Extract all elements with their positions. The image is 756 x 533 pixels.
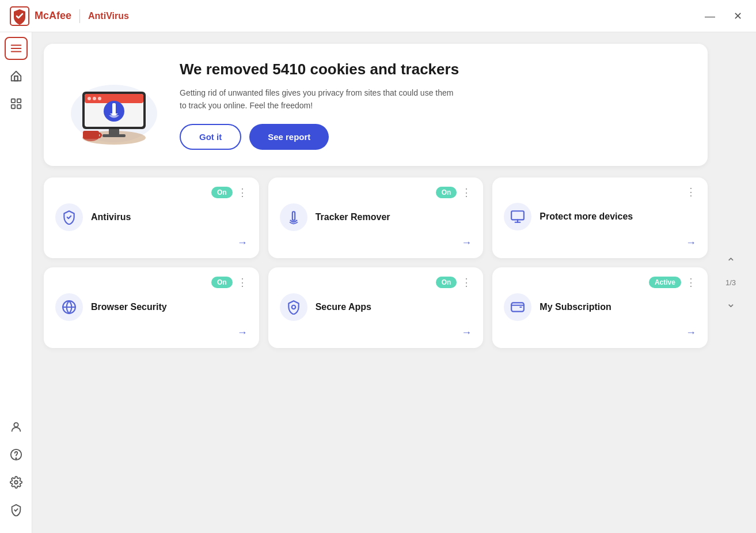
svg-rect-27 xyxy=(292,211,294,220)
close-button[interactable]: ✕ xyxy=(729,9,747,24)
card-label: Browser Security xyxy=(91,302,167,312)
home-icon xyxy=(10,70,22,82)
card-arrow: → xyxy=(55,327,248,339)
card-body: Antivirus xyxy=(55,203,248,232)
scroll-down-button[interactable]: ⌄ xyxy=(724,294,738,312)
svg-rect-6 xyxy=(17,99,20,103)
card-top-row: Active ⋮ xyxy=(504,277,696,288)
banner-description: Getting rid of unwanted files gives you … xyxy=(180,86,456,112)
banner-text: We removed 5410 cookies and trackers Get… xyxy=(180,60,689,150)
card-body: Tracker Remover xyxy=(280,203,472,232)
card-antivirus[interactable]: On ⋮ Antivirus → xyxy=(44,177,259,258)
sidebar-home-button[interactable] xyxy=(5,65,28,88)
card-arrow: → xyxy=(55,237,248,249)
title-bar-controls: — ✕ xyxy=(700,9,747,24)
logo-divider xyxy=(79,9,80,23)
banner-actions: Got it See report xyxy=(180,124,689,150)
card-body: Browser Security xyxy=(55,293,248,322)
sidebar-menu-button[interactable] xyxy=(5,37,28,60)
svg-rect-5 xyxy=(11,99,14,103)
card-top-row: On ⋮ xyxy=(55,187,248,198)
grid-icon xyxy=(10,97,22,110)
minimize-button[interactable]: — xyxy=(700,9,720,24)
cards-grid: On ⋮ Antivirus → On ⋮ Tracker Rem xyxy=(44,177,708,348)
arrow-right-icon[interactable]: → xyxy=(461,237,472,249)
card-menu-button[interactable]: ⋮ xyxy=(686,187,696,197)
menu-icon xyxy=(10,42,22,55)
card-arrow: → xyxy=(280,327,472,339)
card-label: My Subscription xyxy=(540,302,611,312)
sidebar-help-button[interactable] xyxy=(5,443,28,466)
sidebar-grid-button[interactable] xyxy=(5,92,28,115)
svg-rect-4 xyxy=(14,76,18,81)
svg-rect-28 xyxy=(511,211,524,220)
card-body: My Subscription xyxy=(504,293,696,322)
card-label: Tracker Remover xyxy=(316,212,390,222)
settings-icon xyxy=(10,476,22,489)
app-name: McAfee xyxy=(35,10,71,22)
arrow-right-icon[interactable]: → xyxy=(461,327,472,339)
card-menu-button[interactable]: ⋮ xyxy=(461,277,472,288)
scroll-controls: ⌃ 1/3 ⌄ xyxy=(717,44,744,521)
svg-point-12 xyxy=(14,481,18,484)
svg-point-11 xyxy=(16,458,16,459)
svg-point-24 xyxy=(98,97,101,100)
mcafee-logo: McAfee AntiVirus xyxy=(9,6,129,27)
card-top-row: On ⋮ xyxy=(280,187,472,198)
svg-point-33 xyxy=(291,305,295,309)
sidebar-bottom xyxy=(5,415,28,528)
card-my-subscription[interactable]: Active ⋮ My Subscription → xyxy=(492,267,708,348)
page-indicator: 1/3 xyxy=(725,278,736,287)
status-badge: On xyxy=(436,187,457,198)
svg-point-9 xyxy=(14,423,18,427)
card-icon xyxy=(55,203,83,231)
arrow-right-icon[interactable]: → xyxy=(237,327,248,339)
sidebar-settings-button[interactable] xyxy=(5,471,28,494)
svg-point-23 xyxy=(93,97,96,100)
card-arrow: → xyxy=(504,237,696,249)
svg-point-22 xyxy=(88,97,91,100)
card-protect-devices[interactable]: ⋮ Protect more devices → xyxy=(492,177,708,258)
banner-section: We removed 5410 cookies and trackers Get… xyxy=(44,44,708,521)
card-menu-button[interactable]: ⋮ xyxy=(237,187,248,198)
card-top-row: ⋮ xyxy=(504,187,696,197)
card-label: Secure Apps xyxy=(316,302,371,312)
card-browser-security[interactable]: On ⋮ Browser Security → xyxy=(44,267,259,348)
svg-rect-7 xyxy=(11,105,14,108)
card-top-row: On ⋮ xyxy=(55,277,248,288)
sidebar-top xyxy=(5,37,28,415)
banner-title: We removed 5410 cookies and trackers xyxy=(180,60,689,80)
mcafee-logo-icon xyxy=(9,6,30,27)
scroll-up-button[interactable]: ⌃ xyxy=(724,253,738,271)
svg-rect-16 xyxy=(83,131,99,139)
card-icon xyxy=(504,203,531,230)
banner-card: We removed 5410 cookies and trackers Get… xyxy=(44,44,708,166)
banner-illustration xyxy=(62,62,166,148)
card-menu-button[interactable]: ⋮ xyxy=(237,277,248,288)
card-arrow: → xyxy=(280,237,472,249)
card-tracker-remover[interactable]: On ⋮ Tracker Remover → xyxy=(268,177,484,258)
svg-rect-26 xyxy=(112,103,116,115)
see-report-button[interactable]: See report xyxy=(249,124,329,150)
card-menu-button[interactable]: ⋮ xyxy=(686,277,696,288)
main-layout: We removed 5410 cookies and trackers Get… xyxy=(0,32,756,533)
status-badge: On xyxy=(211,187,233,198)
card-body: Secure Apps xyxy=(280,293,472,322)
card-label: Protect more devices xyxy=(540,211,633,222)
card-icon xyxy=(280,203,307,231)
got-it-button[interactable]: Got it xyxy=(180,124,241,150)
card-label: Antivirus xyxy=(91,212,131,222)
card-menu-button[interactable]: ⋮ xyxy=(461,187,472,198)
arrow-right-icon[interactable]: → xyxy=(237,237,248,249)
sidebar-shield-button[interactable] xyxy=(5,498,28,521)
arrow-right-icon[interactable]: → xyxy=(686,237,696,249)
card-secure-apps[interactable]: On ⋮ Secure Apps → xyxy=(268,267,484,348)
sidebar-account-button[interactable] xyxy=(5,415,28,439)
card-icon xyxy=(55,293,83,321)
user-icon xyxy=(10,421,22,433)
title-bar-left: McAfee AntiVirus xyxy=(9,6,129,27)
arrow-right-icon[interactable]: → xyxy=(686,327,696,339)
app-subtitle: AntiVirus xyxy=(88,11,129,21)
help-icon xyxy=(10,448,22,461)
shield-badge-icon xyxy=(10,504,22,516)
